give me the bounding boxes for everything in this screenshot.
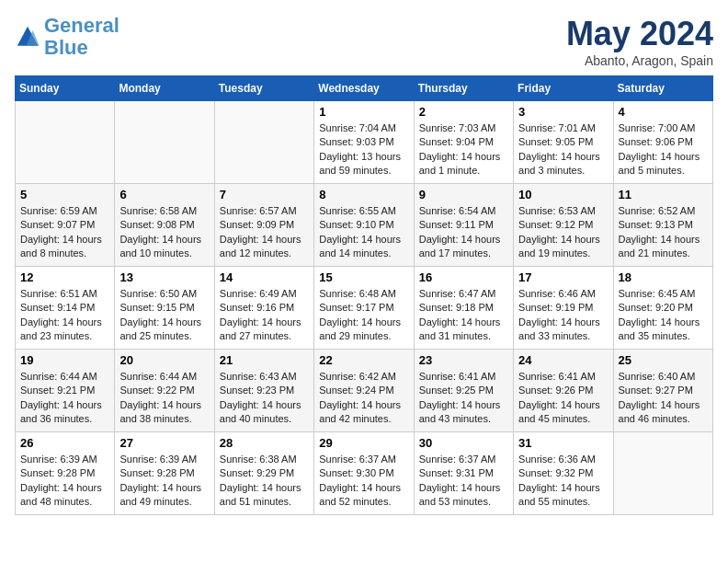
day-number: 12 — [20, 270, 109, 284]
day-info: Sunrise: 6:37 AMSunset: 9:30 PMDaylight:… — [319, 453, 408, 510]
day-number: 11 — [619, 188, 708, 201]
calendar-cell: 27Sunrise: 6:39 AMSunset: 9:28 PMDayligh… — [115, 432, 214, 515]
day-info: Sunrise: 7:03 AMSunset: 9:04 PMDaylight:… — [419, 121, 508, 178]
day-number: 6 — [119, 188, 209, 201]
day-info: Sunrise: 6:45 AMSunset: 9:20 PMDaylight:… — [619, 287, 708, 344]
calendar-cell: 24Sunrise: 6:41 AMSunset: 9:26 PMDayligh… — [514, 350, 613, 432]
day-info: Sunrise: 6:58 AMSunset: 9:08 PMDaylight:… — [119, 204, 209, 261]
calendar-cell: 5Sunrise: 6:59 AMSunset: 9:07 PMDaylight… — [16, 184, 115, 267]
day-number: 10 — [518, 188, 608, 201]
calendar-cell — [16, 101, 115, 184]
calendar-cell: 25Sunrise: 6:40 AMSunset: 9:27 PMDayligh… — [613, 350, 712, 432]
day-info: Sunrise: 6:52 AMSunset: 9:13 PMDaylight:… — [619, 204, 708, 261]
day-info: Sunrise: 6:41 AMSunset: 9:26 PMDaylight:… — [518, 370, 608, 427]
day-info: Sunrise: 6:46 AMSunset: 9:19 PMDaylight:… — [518, 287, 608, 344]
day-info: Sunrise: 6:47 AMSunset: 9:18 PMDaylight:… — [419, 287, 508, 344]
logo-line2: Blue — [44, 36, 88, 59]
day-info: Sunrise: 6:43 AMSunset: 9:23 PMDaylight:… — [220, 370, 309, 427]
logo-line1: General — [44, 14, 119, 37]
day-info: Sunrise: 6:42 AMSunset: 9:24 PMDaylight:… — [319, 370, 408, 427]
calendar-cell: 12Sunrise: 6:51 AMSunset: 9:14 PMDayligh… — [16, 267, 115, 350]
day-number: 22 — [319, 353, 408, 367]
day-number: 1 — [319, 105, 408, 119]
day-number: 14 — [220, 270, 309, 284]
day-number: 13 — [119, 270, 209, 284]
day-number: 30 — [419, 436, 508, 450]
day-number: 27 — [119, 436, 209, 450]
day-number: 29 — [319, 436, 408, 450]
day-header-monday: Monday — [115, 76, 214, 101]
calendar-cell: 4Sunrise: 7:00 AMSunset: 9:06 PMDaylight… — [613, 101, 712, 184]
day-number: 28 — [220, 436, 309, 450]
day-header-wednesday: Wednesday — [314, 76, 414, 101]
day-info: Sunrise: 7:04 AMSunset: 9:03 PMDaylight:… — [319, 121, 408, 178]
calendar-cell: 29Sunrise: 6:37 AMSunset: 9:30 PMDayligh… — [314, 432, 414, 515]
calendar-cell: 15Sunrise: 6:48 AMSunset: 9:17 PMDayligh… — [314, 267, 414, 350]
calendar-cell: 20Sunrise: 6:44 AMSunset: 9:22 PMDayligh… — [115, 350, 214, 432]
day-info: Sunrise: 6:54 AMSunset: 9:11 PMDaylight:… — [419, 204, 508, 261]
calendar-cell: 23Sunrise: 6:41 AMSunset: 9:25 PMDayligh… — [414, 350, 513, 432]
day-info: Sunrise: 6:38 AMSunset: 9:29 PMDaylight:… — [220, 453, 309, 510]
calendar-cell: 8Sunrise: 6:55 AMSunset: 9:10 PMDaylight… — [314, 184, 414, 267]
calendar-cell: 16Sunrise: 6:47 AMSunset: 9:18 PMDayligh… — [414, 267, 513, 350]
calendar-cell: 3Sunrise: 7:01 AMSunset: 9:05 PMDaylight… — [514, 101, 613, 184]
calendar-cell: 6Sunrise: 6:58 AMSunset: 9:08 PMDaylight… — [115, 184, 214, 267]
day-number: 3 — [518, 105, 608, 119]
day-header-tuesday: Tuesday — [214, 76, 313, 101]
day-info: Sunrise: 6:51 AMSunset: 9:14 PMDaylight:… — [20, 287, 109, 344]
day-number: 19 — [20, 353, 109, 367]
day-info: Sunrise: 6:59 AMSunset: 9:07 PMDaylight:… — [20, 204, 109, 261]
calendar-cell: 26Sunrise: 6:39 AMSunset: 9:28 PMDayligh… — [16, 432, 115, 515]
days-header-row: SundayMondayTuesdayWednesdayThursdayFrid… — [16, 76, 713, 101]
calendar-cell: 7Sunrise: 6:57 AMSunset: 9:09 PMDaylight… — [214, 184, 313, 267]
calendar-week-4: 19Sunrise: 6:44 AMSunset: 9:21 PMDayligh… — [16, 350, 713, 432]
calendar-week-1: 1Sunrise: 7:04 AMSunset: 9:03 PMDaylight… — [16, 101, 713, 184]
calendar-week-5: 26Sunrise: 6:39 AMSunset: 9:28 PMDayligh… — [16, 432, 713, 515]
calendar-cell: 19Sunrise: 6:44 AMSunset: 9:21 PMDayligh… — [16, 350, 115, 432]
day-number: 20 — [119, 353, 209, 367]
day-number: 16 — [419, 270, 508, 284]
day-info: Sunrise: 6:53 AMSunset: 9:12 PMDaylight:… — [518, 204, 608, 261]
day-number: 31 — [518, 436, 608, 450]
day-info: Sunrise: 7:01 AMSunset: 9:05 PMDaylight:… — [518, 121, 608, 178]
calendar-cell: 14Sunrise: 6:49 AMSunset: 9:16 PMDayligh… — [214, 267, 313, 350]
day-info: Sunrise: 6:49 AMSunset: 9:16 PMDaylight:… — [220, 287, 309, 344]
day-number: 26 — [20, 436, 109, 450]
day-number: 17 — [518, 270, 608, 284]
day-info: Sunrise: 6:55 AMSunset: 9:10 PMDaylight:… — [319, 204, 408, 261]
day-number: 24 — [518, 353, 608, 367]
day-info: Sunrise: 6:57 AMSunset: 9:09 PMDaylight:… — [220, 204, 309, 261]
calendar-cell: 31Sunrise: 6:36 AMSunset: 9:32 PMDayligh… — [514, 432, 613, 515]
calendar-cell — [214, 101, 313, 184]
calendar-cell — [613, 432, 712, 515]
month-title: May 2024 — [566, 15, 713, 53]
day-number: 18 — [619, 270, 708, 284]
day-number: 5 — [20, 188, 109, 201]
day-info: Sunrise: 6:36 AMSunset: 9:32 PMDaylight:… — [518, 453, 608, 510]
location-subtitle: Abanto, Aragon, Spain — [566, 53, 713, 68]
calendar-cell: 1Sunrise: 7:04 AMSunset: 9:03 PMDaylight… — [314, 101, 414, 184]
day-number: 15 — [319, 270, 408, 284]
day-number: 9 — [419, 188, 508, 201]
calendar-cell: 17Sunrise: 6:46 AMSunset: 9:19 PMDayligh… — [514, 267, 613, 350]
day-header-thursday: Thursday — [414, 76, 513, 101]
calendar-week-3: 12Sunrise: 6:51 AMSunset: 9:14 PMDayligh… — [16, 267, 713, 350]
day-number: 2 — [419, 105, 508, 119]
day-info: Sunrise: 6:44 AMSunset: 9:21 PMDaylight:… — [20, 370, 109, 427]
logo-icon — [15, 24, 40, 50]
day-info: Sunrise: 6:41 AMSunset: 9:25 PMDaylight:… — [419, 370, 508, 427]
calendar-cell: 9Sunrise: 6:54 AMSunset: 9:11 PMDaylight… — [414, 184, 513, 267]
day-info: Sunrise: 6:39 AMSunset: 9:28 PMDaylight:… — [20, 453, 109, 510]
calendar-table: SundayMondayTuesdayWednesdayThursdayFrid… — [15, 75, 713, 515]
calendar-cell: 21Sunrise: 6:43 AMSunset: 9:23 PMDayligh… — [214, 350, 313, 432]
day-header-saturday: Saturday — [613, 76, 712, 101]
day-info: Sunrise: 6:48 AMSunset: 9:17 PMDaylight:… — [319, 287, 408, 344]
calendar-cell — [115, 101, 214, 184]
day-info: Sunrise: 6:39 AMSunset: 9:28 PMDaylight:… — [119, 453, 209, 510]
logo-text: General Blue — [44, 15, 119, 59]
calendar-week-2: 5Sunrise: 6:59 AMSunset: 9:07 PMDaylight… — [16, 184, 713, 267]
day-header-sunday: Sunday — [16, 76, 115, 101]
day-number: 25 — [619, 353, 708, 367]
page-header: General Blue May 2024 Abanto, Aragon, Sp… — [15, 15, 713, 68]
calendar-cell: 13Sunrise: 6:50 AMSunset: 9:15 PMDayligh… — [115, 267, 214, 350]
